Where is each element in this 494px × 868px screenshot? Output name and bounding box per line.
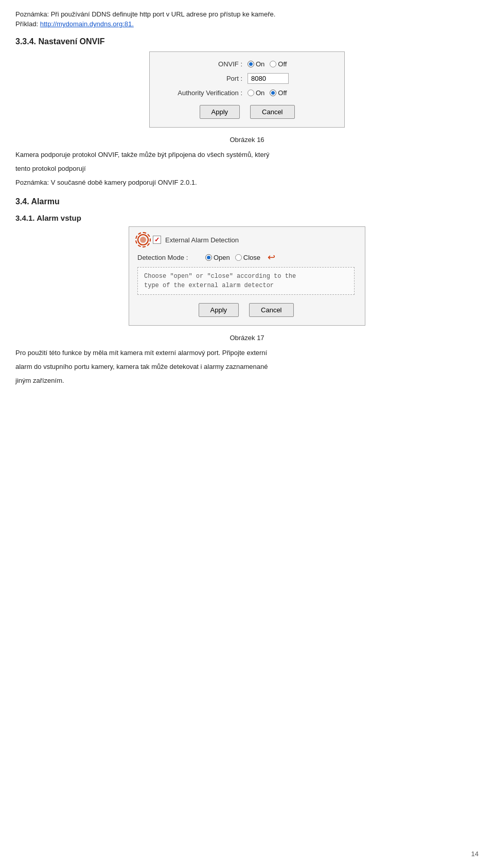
auth-off-option[interactable]: Off [270, 89, 287, 97]
alarm-header-row: External Alarm Detection [137, 234, 355, 245]
alarm-button-row: Apply Cancel [137, 303, 355, 317]
alarm-body2: alarm do vstupního portu kamery, kamera … [15, 362, 479, 373]
auth-on-radio[interactable] [248, 90, 254, 96]
external-alarm-checkbox[interactable] [153, 236, 161, 244]
open-label: Open [214, 254, 230, 261]
detection-mode-radio-group: Open Close ↩ [205, 252, 275, 263]
onvif-off-label: Off [278, 60, 287, 68]
section-341-title: 3.4.1. Alarm vstup [15, 214, 479, 222]
onvif-on-label: On [256, 60, 264, 68]
alarm-detection-panel: External Alarm Detection Detection Mode … [129, 226, 365, 326]
onvif-settings-panel: ONVIF : On Off Port : Authority Verifica… [149, 51, 345, 128]
alarm-header-label: External Alarm Detection [165, 236, 239, 244]
alarm-caption: Obrázek 17 [15, 334, 479, 342]
note-link[interactable]: http://mydomain.dyndns.org:81. [40, 20, 134, 28]
section-334-title: 3.3.4. Nastavení ONVIF [15, 37, 479, 46]
note-prefix: Příklad: [15, 20, 40, 28]
auth-on-option[interactable]: On [248, 89, 264, 97]
port-row: Port : [160, 73, 334, 84]
auth-off-label: Off [278, 89, 287, 97]
note-line1: Poznámka: Při používání DDNS definujte h… [15, 10, 479, 18]
auth-row: Authority Verification : On Off [160, 89, 334, 97]
onvif-caption: Obrázek 16 [15, 136, 479, 144]
alarm-body1: Pro použití této funkce by měla mít kame… [15, 348, 479, 359]
auth-on-label: On [256, 89, 264, 97]
onvif-radio-group: On Off [248, 60, 287, 68]
close-option[interactable]: Close [235, 254, 260, 261]
port-input[interactable] [248, 73, 289, 84]
alarm-cancel-button[interactable]: Cancel [249, 303, 293, 317]
onvif-apply-button[interactable]: Apply [200, 105, 240, 119]
annotation-box: Choose "open" or "close" according to th… [137, 267, 355, 295]
auth-label: Authority Verification : [160, 89, 242, 97]
onvif-body1: Kamera podporuje protokol ONVIF, takže m… [15, 150, 479, 161]
alarm-body3: jiným zařízením. [15, 376, 479, 386]
onvif-body2: tento protokol podporují [15, 164, 479, 174]
note-line2: Příklad: http://mydomain.dyndns.org:81. [15, 20, 479, 28]
onvif-off-option[interactable]: Off [270, 60, 287, 68]
onvif-on-radio[interactable] [248, 61, 254, 67]
arrow-annotation: ↩ [268, 252, 275, 263]
close-radio[interactable] [235, 254, 242, 261]
auth-off-radio[interactable] [270, 90, 276, 96]
onvif-button-row: Apply Cancel [160, 105, 334, 119]
onvif-on-option[interactable]: On [248, 60, 264, 68]
detection-mode-row: Detection Mode : Open Close ↩ [137, 252, 355, 263]
alarm-circle-inner [140, 237, 146, 243]
onvif-cancel-button[interactable]: Cancel [250, 105, 294, 119]
onvif-note: Poznámka: V současné době kamery podporu… [15, 178, 479, 188]
annotation-line1: Choose "open" or "close" according to th… [144, 273, 296, 280]
onvif-off-radio[interactable] [270, 61, 276, 67]
alarm-circle [137, 234, 149, 245]
onvif-label: ONVIF : [160, 60, 242, 68]
open-option[interactable]: Open [205, 254, 230, 261]
detection-mode-label: Detection Mode : [137, 254, 199, 261]
section-34-title: 3.4. Alarmu [15, 197, 479, 206]
port-label: Port : [160, 75, 242, 82]
onvif-row: ONVIF : On Off [160, 60, 334, 68]
close-label: Close [243, 254, 260, 261]
open-radio[interactable] [205, 254, 212, 261]
alarm-apply-button[interactable]: Apply [199, 303, 239, 317]
annotation-line2: type of the external alarm detector [144, 282, 274, 289]
auth-radio-group: On Off [248, 89, 287, 97]
